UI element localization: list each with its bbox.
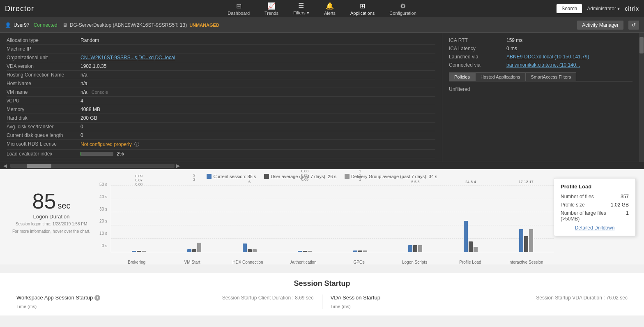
tooltip-label-size: Profile size <box>561 202 585 208</box>
scroll-left-arrow[interactable]: ◀ <box>3 163 7 169</box>
detail-value-hosting: n/a <box>80 72 435 78</box>
detail-row-harddisk: Hard disk 200 GB <box>7 114 435 123</box>
detail-value-vmname: n/a Console <box>80 89 435 95</box>
tab-smartaccess[interactable]: SmartAccess Filters <box>526 72 577 81</box>
ica-label-rtt: ICA RTT <box>449 37 506 43</box>
x-logonscripts: Logon Scripts <box>387 260 442 264</box>
bar-brokering-current <box>132 251 136 252</box>
val-hdx-b: 6 <box>248 180 251 184</box>
chart-container: 85 sec Logon Duration Session logon time… <box>0 182 644 264</box>
detail-row-vcpu: vCPU 4 <box>7 97 435 105</box>
tooltip-row-files: Number of files 357 <box>561 194 629 199</box>
detail-label-ip: Machine IP <box>7 46 80 52</box>
workspace-startup-col: Workspace App Session Startup i Session … <box>8 295 322 309</box>
detail-row-memory: Memory 4088 MB <box>7 105 435 114</box>
y-axis: 50 s 40 s 30 s 20 s 10 s 0 s <box>94 182 109 248</box>
val-auth-g: 0.05 <box>301 177 308 181</box>
bar-labels-hdx: 6 <box>248 180 251 184</box>
detail-label-vcpu: vCPU <box>7 98 80 104</box>
val-gpos-d: 1 <box>359 173 361 177</box>
session-startup: Session Startup Workspace App Session St… <box>0 273 644 315</box>
nav-configuration[interactable]: ⚙ Configuration <box>382 0 423 17</box>
detail-value-ou[interactable]: CN=W2K16ST-9SSRS...s,DC=xd,DC=local <box>80 55 435 60</box>
nav-alerts[interactable]: 🔔 Alerts <box>317 0 343 17</box>
bar-auth-user <box>303 251 307 252</box>
detail-row-ou: Organizational unit CN=W2K16ST-9SSRS...s… <box>7 53 435 62</box>
bars-interactive <box>519 229 533 252</box>
scroll-area[interactable]: ◀ ▶ <box>0 162 644 169</box>
scroll-track[interactable] <box>10 164 175 168</box>
tab-hosted-applications[interactable]: Hosted Applications <box>475 72 526 81</box>
x-hdx: HDX Connection <box>220 260 276 264</box>
detail-row-hostname: Host Name n/a <box>7 79 435 88</box>
admin-label[interactable]: Administrator ▾ <box>587 6 620 12</box>
ica-value-rtt: 159 ms <box>506 37 632 43</box>
val-auth-b: 0.03 <box>301 169 308 173</box>
bars-logonscripts <box>408 245 422 252</box>
bar-logonscripts-dg <box>418 245 422 252</box>
scroll-right-arrow[interactable]: ▶ <box>176 163 180 169</box>
legend-bar: Current session: 85 s User average (past… <box>0 174 644 179</box>
val-profileload-g: 4 <box>474 180 476 184</box>
progress-bar <box>80 152 113 156</box>
detail-label-leval: Load evaluator index <box>7 151 80 157</box>
val-gpos-g: 1 <box>359 177 361 181</box>
bar-interactive-user <box>524 236 528 252</box>
tooltip-value-size: 1.02 GB <box>611 202 629 208</box>
chart-group-brokering: 0.09 0.07 0.08 <box>111 186 167 252</box>
detail-value-ip <box>80 46 435 52</box>
bar-vmstart-dg <box>197 243 201 252</box>
unmanaged-badge: UNMANAGED <box>189 23 219 28</box>
y-40: 40 s <box>94 195 107 199</box>
tooltip-drilldown-link[interactable]: Detailed Drilldown <box>561 225 629 231</box>
big-unit: sec <box>58 201 70 211</box>
trends-icon: 📈 <box>267 2 276 10</box>
tooltip-label-files: Number of files <box>561 194 594 199</box>
workspace-info-icon[interactable]: i <box>94 295 100 301</box>
search-button[interactable]: Search <box>557 4 582 13</box>
vda-col-header: VDA Session Startup Session Startup VDA … <box>331 295 628 301</box>
detail-row-hosting: Hosting Connection Name n/a <box>7 71 435 79</box>
x-gpos: GPOs <box>331 260 387 264</box>
val-brokering-b: 0.09 <box>136 174 143 178</box>
detail-row-rds: Microsoft RDS License Not configured pro… <box>7 140 435 150</box>
detail-label-hostname: Host Name <box>7 81 80 86</box>
workspace-time-label: Time (ms) <box>16 304 314 309</box>
vda-col-title: VDA Session Startup <box>331 295 380 301</box>
y-30: 30 s <box>94 207 107 211</box>
nav-dashboard[interactable]: ⊞ Dashboard <box>220 0 257 17</box>
detail-value-vda: 1902.1.0.35 <box>80 63 435 69</box>
detail-row-ip: Machine IP <box>7 45 435 53</box>
x-interactive: Interactive Session <box>498 260 554 264</box>
detail-row-allocation: Allocation type Random <box>7 36 435 45</box>
workspace-col-header: Workspace App Session Startup i Session … <box>16 295 314 301</box>
tab-policies[interactable]: Policies <box>449 72 475 81</box>
ica-value-connected[interactable]: banwmonikak.citrite.net (10.140... <box>506 62 632 68</box>
tooltip-row-size: Profile size 1.02 GB <box>561 202 629 208</box>
ica-label-connected: Connected via <box>449 62 506 68</box>
nav-applications-label: Applications <box>350 11 375 16</box>
ica-value-launched[interactable]: ABNE9-DDC.xd.local (10.150.141.79) <box>506 54 632 60</box>
logon-label: Logon Duration <box>33 213 70 220</box>
nav-trends[interactable]: 📈 Trends <box>257 0 286 17</box>
activity-manager-button[interactable]: Activity Manager <box>577 21 623 30</box>
nav-applications[interactable]: ⊞ Applications <box>343 0 382 17</box>
top-nav: Director ⊞ Dashboard 📈 Trends ☰ Filters … <box>0 0 644 17</box>
alerts-icon: 🔔 <box>326 2 334 10</box>
bars-hdx <box>243 244 257 252</box>
v-scroll-thumb <box>639 37 644 53</box>
rds-info-icon: ⓘ <box>134 141 139 147</box>
session-startup-title: Session Startup <box>8 279 636 288</box>
refresh-button[interactable]: ↺ <box>628 21 639 30</box>
detail-row-avgdisk: Avg. disk sec/transfer 0 <box>7 123 435 131</box>
detail-value-hostname: n/a <box>80 81 435 86</box>
machine-details: Allocation type Random Machine IP Organi… <box>0 33 442 162</box>
detail-value-diskqueue: 0 <box>80 132 435 138</box>
applications-icon: ⊞ <box>360 2 365 10</box>
v-scrollbar[interactable] <box>639 33 644 162</box>
chart-group-logonscripts: 5 5 5 <box>388 186 443 252</box>
nav-filters[interactable]: ☰ Filters ▾ <box>286 0 317 17</box>
vda-duration: Session Startup VDA Duration : 76.02 sec <box>536 295 628 301</box>
nav-filters-label: Filters ▾ <box>293 10 309 16</box>
bar-hdx-user <box>248 249 252 252</box>
